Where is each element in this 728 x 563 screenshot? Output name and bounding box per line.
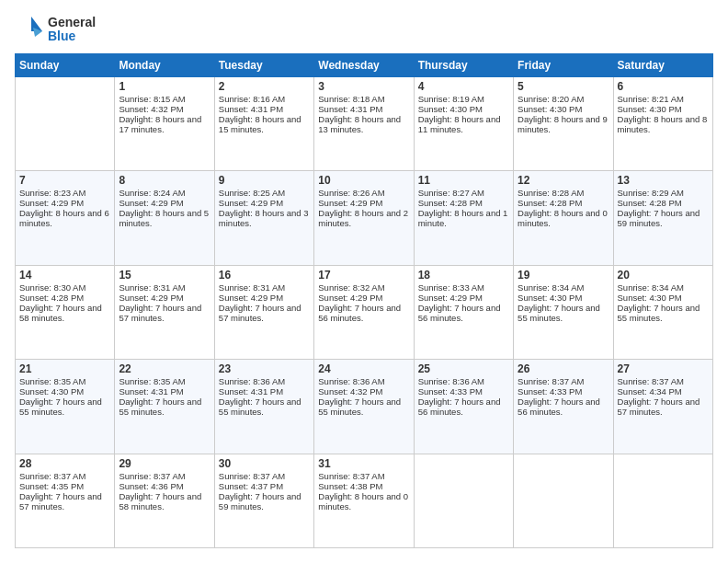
sunrise-text: Sunrise: 8:35 AM <box>19 376 110 386</box>
sunrise-text: Sunrise: 8:37 AM <box>219 471 310 481</box>
sunset-text: Sunset: 4:34 PM <box>618 386 709 396</box>
calendar-table: SundayMondayTuesdayWednesdayThursdayFrid… <box>15 53 713 548</box>
daylight-text: Daylight: 7 hours and 59 minutes. <box>219 491 310 511</box>
sunrise-text: Sunrise: 8:36 AM <box>418 376 509 386</box>
sunset-text: Sunset: 4:29 PM <box>19 198 110 208</box>
day-number: 29 <box>119 457 210 470</box>
header: General Blue <box>15 15 713 44</box>
logo-general: General <box>48 16 96 29</box>
daylight-text: Daylight: 7 hours and 57 minutes. <box>19 491 110 511</box>
day-of-week-header: Saturday <box>613 54 712 77</box>
calendar-cell: 14Sunrise: 8:30 AMSunset: 4:28 PMDayligh… <box>16 265 115 359</box>
sunset-text: Sunset: 4:31 PM <box>219 104 310 114</box>
calendar-cell: 29Sunrise: 8:37 AMSunset: 4:36 PMDayligh… <box>115 454 214 547</box>
logo-wordmark: General Blue <box>15 15 96 44</box>
calendar-cell: 4Sunrise: 8:19 AMSunset: 4:30 PMDaylight… <box>414 77 513 171</box>
day-number: 4 <box>418 80 509 93</box>
day-number: 27 <box>618 362 709 375</box>
calendar-cell: 20Sunrise: 8:34 AMSunset: 4:30 PMDayligh… <box>613 265 712 359</box>
daylight-text: Daylight: 8 hours and 0 minutes. <box>518 208 609 228</box>
day-number: 7 <box>19 174 110 187</box>
sunrise-text: Sunrise: 8:37 AM <box>19 471 110 481</box>
sunset-text: Sunset: 4:29 PM <box>318 198 409 208</box>
sunset-text: Sunset: 4:29 PM <box>418 293 509 303</box>
sunrise-text: Sunrise: 8:16 AM <box>219 94 310 104</box>
sunset-text: Sunset: 4:37 PM <box>219 481 310 491</box>
calendar-cell: 17Sunrise: 8:32 AMSunset: 4:29 PMDayligh… <box>314 265 414 359</box>
daylight-text: Daylight: 7 hours and 59 minutes. <box>618 208 709 228</box>
daylight-text: Daylight: 7 hours and 56 minutes. <box>318 303 409 323</box>
calendar-cell: 30Sunrise: 8:37 AMSunset: 4:37 PMDayligh… <box>214 454 313 547</box>
day-number: 10 <box>318 174 409 187</box>
day-number: 24 <box>318 362 409 375</box>
day-of-week-header: Monday <box>115 54 214 77</box>
sunrise-text: Sunrise: 8:29 AM <box>618 188 709 198</box>
day-number: 15 <box>119 269 210 282</box>
calendar-cell: 7Sunrise: 8:23 AMSunset: 4:29 PMDaylight… <box>16 171 115 265</box>
sunset-text: Sunset: 4:30 PM <box>518 104 609 114</box>
calendar-cell <box>16 77 115 171</box>
sunset-text: Sunset: 4:30 PM <box>418 104 509 114</box>
sunrise-text: Sunrise: 8:27 AM <box>418 188 509 198</box>
day-number: 31 <box>318 457 409 470</box>
sunset-text: Sunset: 4:38 PM <box>318 481 409 491</box>
day-number: 2 <box>219 80 310 93</box>
sunrise-text: Sunrise: 8:31 AM <box>219 282 310 293</box>
day-number: 30 <box>219 457 310 470</box>
daylight-text: Daylight: 7 hours and 56 minutes. <box>418 303 509 323</box>
calendar-cell: 23Sunrise: 8:36 AMSunset: 4:31 PMDayligh… <box>214 360 313 454</box>
daylight-text: Daylight: 7 hours and 58 minutes. <box>19 303 110 323</box>
daylight-text: Daylight: 8 hours and 1 minute. <box>418 208 509 228</box>
sunset-text: Sunset: 4:30 PM <box>19 386 110 396</box>
day-of-week-header: Tuesday <box>214 54 313 77</box>
calendar-cell: 3Sunrise: 8:18 AMSunset: 4:31 PMDaylight… <box>314 77 414 171</box>
sunset-text: Sunset: 4:32 PM <box>119 104 210 114</box>
sunrise-text: Sunrise: 8:18 AM <box>318 94 409 104</box>
sunrise-text: Sunrise: 8:25 AM <box>219 188 310 198</box>
day-number: 18 <box>418 269 509 282</box>
daylight-text: Daylight: 7 hours and 57 minutes. <box>119 303 210 323</box>
daylight-text: Daylight: 8 hours and 9 minutes. <box>518 114 609 134</box>
sunset-text: Sunset: 4:30 PM <box>518 293 609 303</box>
calendar-cell: 31Sunrise: 8:37 AMSunset: 4:38 PMDayligh… <box>314 454 414 547</box>
calendar-cell: 9Sunrise: 8:25 AMSunset: 4:29 PMDaylight… <box>214 171 313 265</box>
sunrise-text: Sunrise: 8:20 AM <box>518 94 609 104</box>
sunrise-text: Sunrise: 8:37 AM <box>618 376 709 386</box>
sunset-text: Sunset: 4:31 PM <box>318 104 409 114</box>
daylight-text: Daylight: 7 hours and 57 minutes. <box>219 303 310 323</box>
calendar-cell: 24Sunrise: 8:36 AMSunset: 4:32 PMDayligh… <box>314 360 414 454</box>
daylight-text: Daylight: 8 hours and 15 minutes. <box>219 114 310 134</box>
calendar-cell <box>613 454 712 547</box>
page: General Blue SundayMondayTuesdayWednesda… <box>0 0 728 563</box>
day-of-week-header: Thursday <box>414 54 513 77</box>
logo: General Blue <box>15 15 96 44</box>
day-number: 23 <box>219 362 310 375</box>
calendar-cell: 28Sunrise: 8:37 AMSunset: 4:35 PMDayligh… <box>16 454 115 547</box>
sunrise-text: Sunrise: 8:21 AM <box>618 94 709 104</box>
day-number: 16 <box>219 269 310 282</box>
calendar-cell: 16Sunrise: 8:31 AMSunset: 4:29 PMDayligh… <box>214 265 313 359</box>
calendar-cell: 25Sunrise: 8:36 AMSunset: 4:33 PMDayligh… <box>414 360 513 454</box>
sunrise-text: Sunrise: 8:30 AM <box>19 282 110 293</box>
daylight-text: Daylight: 8 hours and 6 minutes. <box>19 208 110 228</box>
sunset-text: Sunset: 4:30 PM <box>618 293 709 303</box>
sunset-text: Sunset: 4:36 PM <box>119 481 210 491</box>
sunrise-text: Sunrise: 8:32 AM <box>318 282 409 293</box>
day-number: 26 <box>518 362 609 375</box>
day-number: 3 <box>318 80 409 93</box>
calendar-cell: 8Sunrise: 8:24 AMSunset: 4:29 PMDaylight… <box>115 171 214 265</box>
daylight-text: Daylight: 8 hours and 8 minutes. <box>618 114 709 134</box>
sunset-text: Sunset: 4:31 PM <box>219 386 310 396</box>
day-of-week-header: Wednesday <box>314 54 414 77</box>
calendar-cell: 13Sunrise: 8:29 AMSunset: 4:28 PMDayligh… <box>613 171 712 265</box>
day-number: 17 <box>318 269 409 282</box>
calendar-week-row: 14Sunrise: 8:30 AMSunset: 4:28 PMDayligh… <box>16 265 713 359</box>
sunrise-text: Sunrise: 8:36 AM <box>219 376 310 386</box>
day-number: 14 <box>19 269 110 282</box>
sunset-text: Sunset: 4:28 PM <box>618 198 709 208</box>
sunrise-text: Sunrise: 8:24 AM <box>119 188 210 198</box>
sunset-text: Sunset: 4:29 PM <box>219 198 310 208</box>
calendar-cell: 15Sunrise: 8:31 AMSunset: 4:29 PMDayligh… <box>115 265 214 359</box>
calendar-cell: 12Sunrise: 8:28 AMSunset: 4:28 PMDayligh… <box>514 171 613 265</box>
sunset-text: Sunset: 4:31 PM <box>119 386 210 396</box>
